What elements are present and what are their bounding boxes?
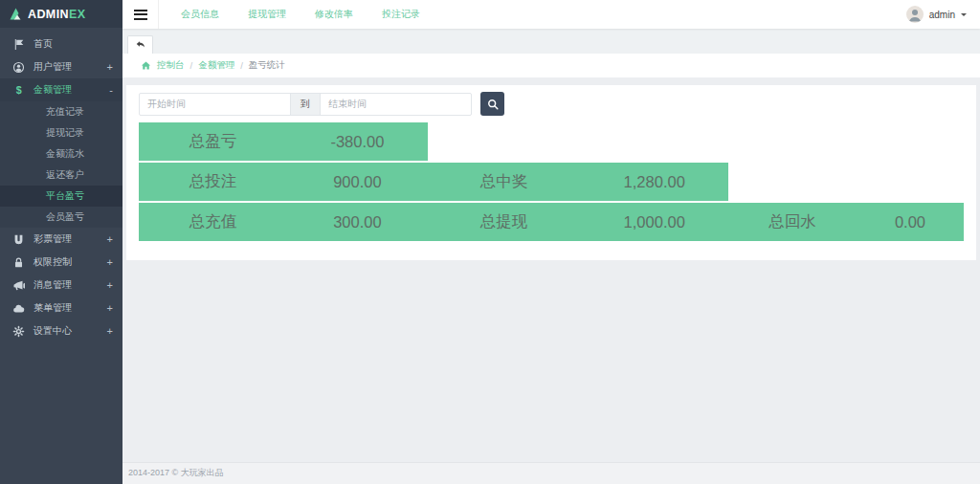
sidebar-subitem-return-customer[interactable]: 返还客户 bbox=[0, 165, 122, 186]
topbar: 会员信息提现管理修改倍率投注记录 admin bbox=[122, 0, 980, 29]
stat-value: 900.00 bbox=[287, 163, 428, 201]
avatar bbox=[906, 6, 924, 23]
plus-icon: + bbox=[107, 61, 115, 73]
stat-empty-cell bbox=[728, 163, 964, 201]
user-circle-icon bbox=[12, 61, 25, 74]
sidebar-item-label: 权限控制 bbox=[33, 255, 72, 269]
stats-row-3: 总充值300.00总提现1,000.00总回水0.00 bbox=[139, 203, 964, 241]
stat-value: 0.00 bbox=[857, 203, 964, 241]
breadcrumb-separator: / bbox=[240, 60, 243, 71]
plus-icon: + bbox=[107, 302, 115, 314]
sidebar-subitem-withdraw-records[interactable]: 提现记录 bbox=[0, 122, 122, 143]
sidebar: ADMINEX 首页用户管理+$金额管理-充值记录提现记录金额流水返还客户平台盈… bbox=[0, 0, 122, 484]
stat-label: 总投注 bbox=[139, 163, 287, 201]
stat-label: 总中奖 bbox=[428, 163, 580, 201]
main-area: 会员信息提现管理修改倍率投注记录 admin 控制台/金额管理/盈亏统计 到 bbox=[122, 0, 980, 484]
sidebar-item-menus[interactable]: 菜单管理+ bbox=[0, 297, 122, 319]
sidebar-submenu-finance: 充值记录提现记录金额流水返还客户平台盈亏会员盈亏 bbox=[0, 101, 122, 228]
breadcrumb: 控制台/金额管理/盈亏统计 bbox=[122, 54, 980, 77]
stats-row-2: 总投注900.00总中奖1,280.00 bbox=[139, 163, 964, 201]
topnav-item-withdraw-manage[interactable]: 提现管理 bbox=[234, 0, 301, 29]
dollar-icon: $ bbox=[12, 84, 25, 97]
search-icon bbox=[487, 99, 499, 110]
tab-strip bbox=[122, 29, 980, 54]
sidebar-item-label: 彩票管理 bbox=[33, 232, 72, 246]
stat-label: 总盈亏 bbox=[139, 122, 287, 161]
minus-icon: - bbox=[109, 84, 115, 96]
chevron-down-icon bbox=[961, 13, 967, 19]
sidebar-toggle-button[interactable] bbox=[122, 0, 159, 29]
breadcrumb-link-0[interactable]: 控制台 bbox=[157, 59, 185, 72]
sidebar-subitem-recharge-records[interactable]: 充值记录 bbox=[0, 101, 122, 122]
plus-icon: + bbox=[107, 233, 115, 245]
start-time-input[interactable] bbox=[140, 94, 290, 115]
flag-icon bbox=[12, 38, 25, 51]
avatar-image bbox=[906, 6, 924, 23]
sidebar-item-messages[interactable]: 消息管理+ bbox=[0, 274, 122, 297]
megaphone-icon bbox=[12, 279, 25, 292]
sidebar-item-settings[interactable]: 设置中心+ bbox=[0, 319, 122, 342]
footer: 2014-2017 © 大玩家出品 bbox=[122, 462, 980, 484]
stat-label: 总提现 bbox=[428, 203, 580, 241]
stat-value: 1,000.00 bbox=[580, 203, 728, 241]
gear-icon bbox=[12, 325, 25, 338]
stats-row-1: 总盈亏-380.00 bbox=[139, 122, 964, 161]
sidebar-item-label: 金额管理 bbox=[33, 83, 72, 97]
plus-icon: + bbox=[107, 279, 115, 291]
sidebar-item-permissions[interactable]: 权限控制+ bbox=[0, 251, 122, 274]
stat-empty-cell bbox=[428, 122, 964, 161]
magnet-icon bbox=[12, 233, 25, 246]
sidebar-item-label: 消息管理 bbox=[33, 278, 72, 292]
sidebar-item-label: 菜单管理 bbox=[33, 301, 72, 315]
sidebar-item-users[interactable]: 用户管理+ bbox=[0, 55, 122, 78]
sidebar-nav: 首页用户管理+$金额管理-充值记录提现记录金额流水返还客户平台盈亏会员盈亏彩票管… bbox=[0, 28, 122, 342]
sidebar-item-label: 用户管理 bbox=[33, 60, 72, 74]
brand-logo[interactable]: ADMINEX bbox=[0, 0, 122, 28]
topnav-item-bet-records[interactable]: 投注记录 bbox=[368, 0, 434, 29]
topnav-item-member-info[interactable]: 会员信息 bbox=[167, 0, 234, 29]
stat-value: 1,280.00 bbox=[580, 163, 728, 201]
user-menu[interactable]: admin bbox=[906, 6, 980, 23]
brand-logo-icon bbox=[9, 7, 23, 21]
topnav-item-modify-rate[interactable]: 修改倍率 bbox=[301, 0, 368, 29]
content-panel: 到 总盈亏-380.00总投注900.00总中奖1,280.00总充值300.0… bbox=[126, 85, 976, 260]
filter-row: 到 bbox=[139, 92, 964, 116]
breadcrumb-separator: / bbox=[190, 60, 193, 71]
sidebar-subitem-amount-flow[interactable]: 金额流水 bbox=[0, 143, 122, 165]
stat-value: -380.00 bbox=[287, 122, 428, 161]
username: admin bbox=[929, 10, 955, 20]
brand-name: ADMINEX bbox=[28, 8, 85, 21]
back-tab[interactable] bbox=[127, 35, 153, 54]
end-time-input[interactable] bbox=[321, 94, 471, 115]
back-arrow-icon bbox=[135, 39, 146, 51]
stat-value: 300.00 bbox=[287, 203, 428, 241]
stat-label: 总充值 bbox=[139, 203, 287, 241]
sidebar-item-lottery[interactable]: 彩票管理+ bbox=[0, 228, 122, 251]
svg-text:$: $ bbox=[16, 84, 22, 96]
copyright-text: 2014-2017 © 大玩家出品 bbox=[128, 468, 224, 477]
topnav: 会员信息提现管理修改倍率投注记录 bbox=[167, 0, 434, 29]
sidebar-subitem-member-profit[interactable]: 会员盈亏 bbox=[0, 207, 122, 228]
cloud-icon bbox=[12, 302, 25, 315]
sidebar-item-finance[interactable]: $金额管理- bbox=[0, 78, 122, 101]
sidebar-subitem-platform-profit[interactable]: 平台盈亏 bbox=[0, 186, 122, 207]
search-button[interactable] bbox=[480, 92, 504, 116]
sidebar-item-home[interactable]: 首页 bbox=[0, 33, 122, 55]
breadcrumb-current: 盈亏统计 bbox=[249, 59, 285, 72]
breadcrumb-link-1[interactable]: 金额管理 bbox=[198, 59, 234, 72]
stats-table: 总盈亏-380.00总投注900.00总中奖1,280.00总充值300.00总… bbox=[139, 121, 964, 243]
lock-icon bbox=[12, 256, 25, 269]
sidebar-item-label: 设置中心 bbox=[33, 324, 72, 338]
home-icon bbox=[141, 60, 151, 71]
date-range-group: 到 bbox=[139, 93, 472, 116]
plus-icon: + bbox=[107, 256, 115, 268]
to-label: 到 bbox=[290, 94, 321, 115]
stat-label: 总回水 bbox=[728, 203, 857, 241]
sidebar-item-label: 首页 bbox=[33, 37, 53, 51]
plus-icon: + bbox=[107, 325, 115, 337]
